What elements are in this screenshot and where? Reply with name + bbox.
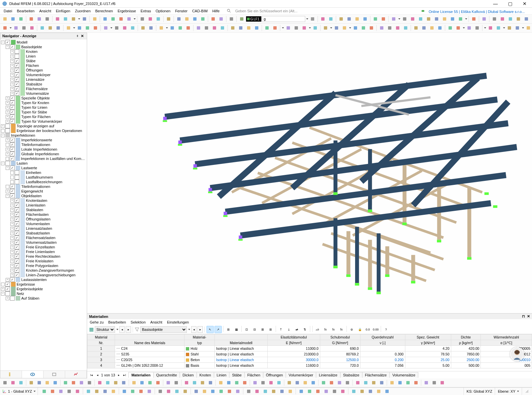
tree-checkbox[interactable] — [15, 49, 19, 54]
pin-icon[interactable] — [75, 34, 79, 38]
bp-tool-18[interactable]: 🔒 — [356, 326, 363, 333]
toolbar-btn-11[interactable] — [101, 15, 109, 23]
status-btn-10[interactable] — [129, 388, 136, 395]
expander-icon[interactable] — [10, 171, 14, 175]
tree-checkbox[interactable] — [5, 128, 10, 133]
toolbar2-btn-4[interactable] — [39, 24, 46, 32]
status-btn-14[interactable] — [165, 388, 172, 395]
toolbar3-btn-49[interactable] — [423, 379, 430, 386]
bp-tab-linien[interactable]: Linien — [214, 372, 229, 378]
table-row[interactable]: 2 ⋯S235 Stahl Isotrop | Linear elastisch… — [87, 351, 532, 357]
tree-checkbox[interactable] — [10, 166, 15, 170]
toolbar2-btn-25[interactable] — [229, 24, 236, 32]
tree-item-1[interactable]: − Basisobjekte — [0, 45, 87, 49]
tree-item-42[interactable]: + Flächensatzlasten — [0, 235, 87, 240]
tree-checkbox[interactable] — [15, 240, 19, 245]
bp-menu-selektion[interactable]: Selektion — [131, 320, 146, 324]
toolbar3-btn-45[interactable] — [388, 379, 396, 386]
toolbar-btn-31[interactable] — [361, 15, 369, 23]
toolbar3-btn-7[interactable] — [62, 379, 69, 386]
tree-checkbox[interactable] — [10, 147, 15, 152]
toolbar3-btn-4[interactable] — [36, 379, 43, 386]
toolbar2-btn-26[interactable] — [237, 24, 244, 32]
toolbar2-btn-21[interactable] — [195, 24, 202, 32]
toolbar3-btn-27[interactable] — [233, 379, 240, 386]
toolbar2-btn-5[interactable] — [47, 24, 54, 32]
next-button-2[interactable]: ▸ — [198, 326, 203, 333]
bp-tool-19[interactable]: 0.0 — [364, 326, 371, 333]
toolbar3-btn-34[interactable] — [294, 379, 301, 386]
tree-item-20[interactable]: − Imperfektionen — [0, 133, 87, 138]
tree-checkbox[interactable] — [10, 100, 15, 105]
expander-icon[interactable]: + — [10, 259, 14, 263]
expander-icon[interactable]: + — [6, 152, 9, 156]
tree-checkbox[interactable] — [10, 105, 15, 110]
toolbar2-btn-8[interactable] — [76, 24, 83, 32]
toolbar3-btn-15[interactable] — [130, 379, 138, 386]
tree-item-4[interactable]: + Stäbe — [0, 59, 87, 63]
expander-icon[interactable]: − — [1, 292, 5, 296]
toolbar-btn-13[interactable] — [117, 15, 125, 23]
toolbar-btn-23[interactable] — [209, 15, 217, 23]
status-btn-17[interactable] — [193, 388, 200, 395]
status-btn-2[interactable] — [57, 388, 65, 395]
tree-checkbox[interactable] — [10, 110, 15, 114]
toolbar-btn-2[interactable] — [17, 15, 25, 23]
bp-tab-volumenkörper[interactable]: Volumenkörper — [286, 372, 316, 378]
toolbar-btn-20[interactable] — [183, 15, 191, 23]
tree-item-45[interactable]: + Freie Linienlasten — [0, 249, 87, 254]
toolbar-btn-0[interactable] — [1, 15, 9, 23]
tree-item-53[interactable]: + Ergebnisobjekte — [0, 287, 87, 291]
tree-checkbox[interactable] — [15, 86, 19, 91]
tree-item-3[interactable]: + Linien — [0, 54, 87, 59]
toolbar-btn-24[interactable] — [217, 15, 225, 23]
toolbar3-btn-0[interactable] — [1, 379, 9, 386]
toolbar3-btn-29[interactable] — [251, 379, 259, 386]
tree-item-50[interactable]: + Linien-Zwangsverschiebungen — [0, 273, 87, 277]
status-btn-20[interactable] — [217, 388, 225, 395]
expander-icon[interactable]: + — [6, 148, 9, 151]
toolbar3-btn-13[interactable] — [112, 379, 119, 386]
expander-icon[interactable] — [6, 143, 9, 147]
tree-checkbox[interactable] — [15, 170, 19, 175]
tree-item-49[interactable]: + Knoten-Zwangsverformungen — [0, 268, 87, 273]
status-btn-1[interactable] — [49, 388, 56, 395]
status-btn-25[interactable] — [262, 388, 269, 395]
toolbar-btn-6[interactable] — [54, 15, 61, 23]
bp-tool-6[interactable]: ⊠ — [259, 326, 266, 333]
expander-icon[interactable]: + — [6, 120, 9, 123]
toolbar2-btn-34[interactable] — [312, 24, 319, 32]
tree-item-38[interactable]: + Öffnungslasten — [0, 217, 87, 221]
tree-checkbox[interactable] — [15, 221, 19, 226]
toolbar-btn-43[interactable] — [470, 15, 477, 23]
toolbar2-btn-3[interactable] — [28, 24, 36, 32]
toolbar-btn-40[interactable] — [441, 15, 448, 23]
toolbar-btn-18[interactable] — [165, 15, 172, 23]
toolbar2-btn-52[interactable] — [473, 24, 481, 32]
bp-tool-17[interactable]: ⊚ — [348, 326, 355, 333]
expander-icon[interactable]: + — [6, 138, 9, 142]
tree-item-15[interactable]: + Typen für Stäbe — [0, 110, 87, 114]
status-corner[interactable] — [522, 388, 532, 395]
nav-tab-data[interactable] — [0, 371, 22, 378]
expander-icon[interactable]: + — [10, 87, 14, 91]
tree-item-23[interactable]: + Lokale Imperfektionen — [0, 147, 87, 152]
tree-item-2[interactable]: + Knoten — [0, 49, 87, 54]
prev-button-2[interactable]: ◂ — [191, 326, 197, 333]
status-btn-28[interactable] — [287, 388, 294, 395]
toolbar-btn-9[interactable] — [81, 15, 88, 23]
toolbar-btn-5[interactable] — [44, 15, 51, 23]
expander-icon[interactable]: + — [10, 59, 14, 63]
toolbar2-btn-45[interactable] — [412, 24, 420, 32]
tree-checkbox[interactable] — [10, 189, 15, 194]
bp-tool-20[interactable]: 0.00 — [372, 326, 379, 333]
status-btn-35[interactable] — [350, 388, 357, 395]
bp-tool-1[interactable]: ↗ — [214, 326, 222, 333]
bp-tab-querschnitte[interactable]: Querschnitte — [153, 372, 180, 378]
toolbar2-btn-14[interactable] — [129, 24, 136, 32]
expander-icon[interactable]: + — [1, 124, 5, 128]
expander-icon[interactable]: + — [6, 115, 9, 119]
toolbar-btn-29[interactable] — [345, 15, 353, 23]
menu-fenster[interactable]: Fenster — [173, 8, 190, 14]
expander-icon[interactable]: + — [10, 64, 14, 67]
